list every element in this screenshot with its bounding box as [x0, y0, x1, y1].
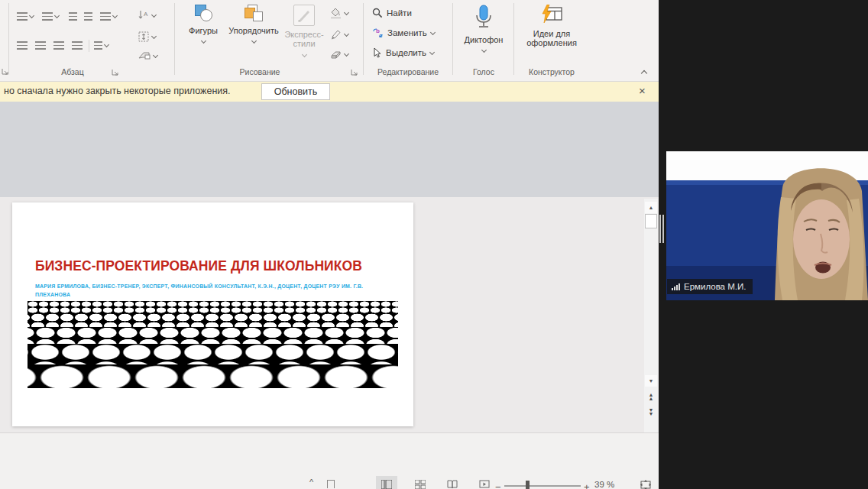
replace-button[interactable]: bc Заменить [372, 28, 435, 38]
group-separator [452, 3, 453, 75]
shapes-button[interactable]: Фигуры [181, 5, 225, 45]
svg-text:A: A [144, 11, 148, 18]
arrange-icon [245, 5, 263, 21]
circles-pattern-band [28, 313, 398, 327]
group-label-editing: Редактирование [365, 67, 451, 76]
align-center-icon [35, 41, 46, 50]
select-button[interactable]: Выделить [372, 47, 434, 58]
numbering-button[interactable] [42, 12, 59, 21]
participant-video[interactable]: Ермилова М.И. [666, 151, 868, 300]
slide-edit-area: БИЗНЕС-ПРОЕКТИРОВАНИЕ ДЛЯ ШКОЛЬНИКОВ МАР… [0, 197, 659, 489]
slide-title[interactable]: БИЗНЕС-ПРОЕКТИРОВАНИЕ ДЛЯ ШКОЛЬНИКОВ [35, 259, 398, 273]
line-spacing-icon [100, 12, 111, 21]
columns-button[interactable] [94, 41, 108, 50]
zoom-in-button[interactable]: + [584, 481, 590, 489]
text-direction-icon: A [138, 9, 150, 21]
shape-fill-icon [330, 8, 342, 19]
video-call-panel: Ермилова М.И. [659, 0, 868, 489]
status-icon[interactable] [327, 480, 335, 488]
accent-bar-blue[interactable] [151, 217, 270, 219]
group-separator [363, 3, 364, 75]
update-button[interactable]: Обновить [261, 83, 330, 100]
separator [89, 40, 89, 52]
magnifier-icon [372, 8, 383, 18]
zoom-slider-handle[interactable] [526, 481, 530, 489]
increase-indent-button[interactable] [84, 12, 92, 21]
shape-fill-button[interactable] [330, 8, 348, 19]
zoom-slider-track[interactable] [504, 485, 581, 487]
slideshow-view-button[interactable] [474, 476, 495, 489]
screen: A Абзац Фигуры Упоря [0, 0, 868, 489]
smartart-icon [138, 50, 151, 61]
arrange-button[interactable]: Упорядочить [225, 5, 282, 45]
align-right-icon [53, 41, 64, 50]
accent-bar-dark[interactable] [27, 217, 147, 219]
shape-effects-button[interactable] [330, 49, 348, 60]
align-right-button[interactable] [53, 41, 64, 50]
shape-effects-icon [330, 49, 342, 60]
slide-canvas[interactable]: БИЗНЕС-ПРОЕКТИРОВАНИЕ ДЛЯ ШКОЛЬНИКОВ МАР… [12, 202, 413, 426]
scrollbar-thumb[interactable] [645, 214, 657, 228]
group-separator [8, 3, 9, 75]
circles-pattern-band [28, 344, 398, 364]
group-label-voice: Голос [458, 67, 509, 76]
bullets-button[interactable] [17, 12, 34, 21]
notification-close-icon[interactable]: × [639, 84, 646, 97]
connection-signal-icon [672, 283, 680, 290]
find-button[interactable]: Найти [372, 8, 412, 18]
align-center-button[interactable] [35, 41, 46, 50]
participant-webcam-image [666, 151, 868, 300]
reading-view-button[interactable] [442, 476, 463, 489]
paragraph-dialog-launcher[interactable] [112, 69, 118, 76]
normal-view-button[interactable] [376, 476, 397, 489]
align-text-icon [138, 31, 150, 43]
fit-to-window-button[interactable] [640, 479, 651, 489]
line-spacing-button[interactable] [100, 12, 117, 21]
notes-collapse-icon[interactable]: ^ [309, 478, 313, 487]
zoom-level[interactable]: 39 % [594, 480, 614, 489]
decrease-indent-button[interactable] [69, 12, 77, 21]
drawing-dialog-launcher[interactable] [351, 69, 358, 76]
vertical-scrollbar[interactable]: ▲ ▼ ▲▲ ▼▼ [644, 199, 658, 432]
participant-name: Ермилова М.И. [684, 282, 746, 291]
align-text-button[interactable] [138, 31, 156, 43]
numbered-list-icon [42, 12, 53, 21]
quick-styles-button[interactable]: Экспресс-стили [282, 5, 326, 59]
update-notification-bar: но сначала нужно закрыть некоторые прило… [0, 82, 659, 102]
group-label-designer: Конструктор [518, 67, 585, 76]
font-dialog-launcher[interactable] [2, 68, 8, 75]
slideshow-icon [479, 480, 490, 489]
shapes-icon [195, 5, 212, 21]
slide-sorter-view-button[interactable] [410, 476, 431, 489]
design-ideas-button[interactable]: Идеи для оформления [518, 5, 585, 48]
collapse-ribbon-button[interactable] [641, 70, 647, 76]
panel-resize-handle[interactable] [659, 215, 664, 243]
design-ideas-lightning-icon [540, 5, 563, 24]
convert-to-smartart-button[interactable] [138, 50, 157, 61]
quick-styles-icon [293, 5, 315, 26]
align-left-button[interactable] [17, 41, 28, 50]
slide-subtitle[interactable]: МАРИЯ ЕРМИЛОВА, БИЗНЕС-ТРЕНЕР, ЭКСПЕРТ, … [35, 282, 388, 299]
align-left-icon [17, 41, 28, 50]
previous-slide-button[interactable]: ▲▲ [645, 393, 657, 400]
fit-to-window-icon [640, 480, 651, 489]
justify-icon [72, 41, 83, 50]
justify-button[interactable] [72, 41, 83, 50]
scroll-up-button[interactable]: ▲ [645, 202, 657, 213]
shared-screen: A Абзац Фигуры Упоря [0, 0, 659, 489]
group-separator [513, 3, 514, 75]
next-slide-button[interactable]: ▼▼ [645, 408, 657, 416]
shape-outline-button[interactable] [330, 29, 348, 40]
notification-message: но сначала нужно закрыть некоторые прило… [4, 86, 231, 96]
columns-icon [94, 41, 102, 50]
circles-pattern-band [28, 301, 398, 313]
scroll-down-button[interactable]: ▼ [645, 375, 657, 387]
slide-image-circles[interactable] [28, 301, 398, 388]
group-label-paragraph: Абзац [31, 67, 115, 76]
replace-icon: bc [372, 28, 384, 38]
slide-sorter-icon [415, 480, 426, 489]
accent-bar-gray[interactable] [274, 217, 395, 219]
text-direction-button[interactable]: A [138, 9, 156, 21]
zoom-out-button[interactable]: − [495, 481, 501, 489]
dictate-button[interactable]: Диктофон [458, 5, 509, 54]
